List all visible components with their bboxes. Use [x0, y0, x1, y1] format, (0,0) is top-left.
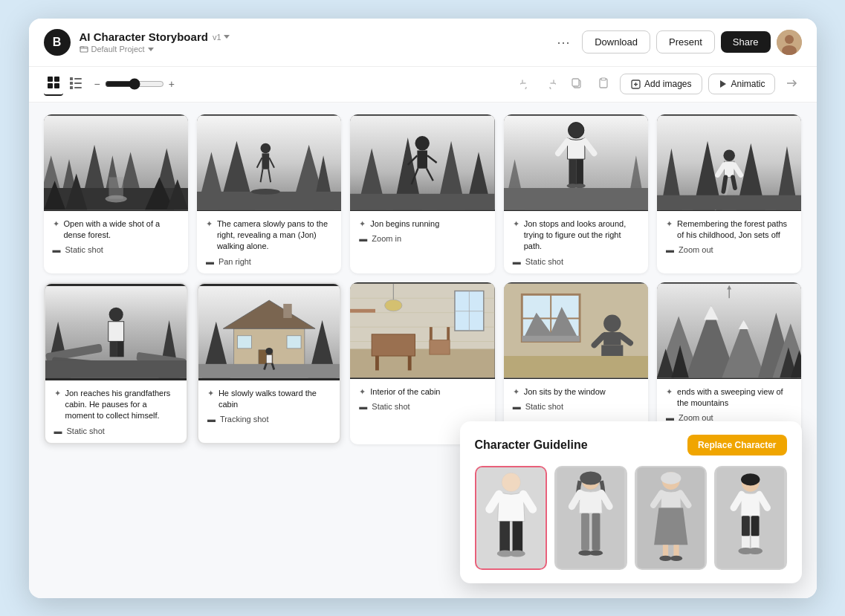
svg-rect-5	[54, 77, 59, 82]
svg-rect-178	[581, 513, 589, 550]
svg-rect-198	[742, 536, 750, 549]
present-button[interactable]: Present	[656, 30, 715, 54]
svg-point-189	[659, 555, 671, 560]
svg-point-44	[260, 143, 271, 153]
card-shot-7: Tracking shot	[220, 415, 269, 424]
card-desc-7: He slowly walks toward the cabin	[218, 388, 331, 411]
card-body-8: ✦ Interior of the cabin ▬ Static shot	[350, 379, 494, 418]
storyboard-card-1[interactable]: ✦ Open with a wide shot of a dense fores…	[44, 114, 188, 273]
zoom-plus-icon: +	[169, 78, 175, 90]
storyboard-card-5[interactable]: ✦ Remembering the forest paths of his ch…	[657, 114, 801, 273]
zoom-slider[interactable]	[105, 78, 164, 90]
svg-rect-143	[522, 335, 580, 341]
char-option-4[interactable]	[714, 466, 787, 570]
svg-rect-7	[54, 83, 59, 88]
person-icon-6: ✦	[54, 389, 61, 398]
svg-rect-101	[45, 360, 187, 378]
camera-icon-2: ▬	[206, 257, 214, 266]
zoom-control: − +	[94, 78, 175, 90]
person-icon-10: ✦	[666, 387, 673, 397]
more-options-button[interactable]: ⋯	[551, 31, 576, 54]
project-sub: Default Project	[80, 45, 230, 54]
paste-button[interactable]	[593, 74, 614, 94]
person-icon-7: ✦	[207, 389, 214, 398]
storyboard-grid: ✦ Open with a wide shot of a dense fores…	[44, 114, 802, 444]
card-image-1	[44, 114, 188, 211]
replace-character-button[interactable]: Replace Character	[687, 435, 786, 455]
svg-point-166	[502, 473, 520, 491]
logo: B	[44, 29, 71, 56]
avatar	[777, 30, 802, 55]
svg-rect-17	[601, 78, 606, 80]
storyboard-card-3[interactable]: ✦ Jon begins running ▬ Zoom in	[350, 114, 494, 273]
card-shot-5: Zoom out	[679, 245, 713, 254]
folder-icon	[80, 45, 88, 54]
char-option-2[interactable]	[554, 466, 627, 570]
svg-rect-135	[350, 309, 375, 313]
storyboard-card-6[interactable]: ✦ Jon reaches his grandfathers cabin. He…	[44, 282, 188, 444]
svg-rect-127	[430, 340, 450, 354]
share-button[interactable]: Share	[721, 31, 771, 53]
collapse-button[interactable]	[781, 74, 802, 94]
list-view-button[interactable]	[66, 73, 85, 96]
add-images-button[interactable]: Add images	[620, 74, 702, 94]
svg-rect-128	[430, 327, 433, 340]
svg-rect-8	[70, 77, 73, 80]
char-option-3[interactable]	[635, 466, 708, 570]
svg-rect-187	[662, 545, 667, 557]
card-shot-9: Static shot	[525, 402, 563, 411]
card-body-7: ✦ He slowly walks toward the cabin ▬ Tra…	[198, 380, 340, 432]
storyboard-card-4[interactable]: ✦ Jon stops and looks around, trying to …	[504, 114, 648, 273]
person-icon-1: ✦	[53, 219, 59, 229]
svg-point-51	[251, 188, 280, 194]
zoom-minus-icon: −	[94, 78, 100, 90]
card-body-1: ✦ Open with a wide shot of a dense fores…	[44, 211, 188, 262]
svg-rect-107	[237, 335, 251, 348]
storyboard-card-7[interactable]: ✦ He slowly walks toward the cabin ▬ Tra…	[197, 282, 341, 444]
camera-icon-5: ▬	[666, 245, 674, 254]
camera-icon-6: ▬	[54, 427, 62, 435]
camera-icon-7: ▬	[207, 415, 216, 424]
app-window: B AI Character Storyboard v1 Default Pro…	[29, 19, 817, 598]
card-body-2: ✦ The camera slowly pans to the right, r…	[197, 211, 341, 273]
camera-icon-8: ▬	[359, 402, 367, 411]
svg-rect-70	[569, 159, 576, 184]
grid-view-button[interactable]	[44, 73, 63, 96]
download-button[interactable]: Download	[582, 30, 650, 54]
svg-point-190	[670, 555, 681, 560]
svg-rect-11	[74, 78, 82, 80]
character-guideline-popup: Character Guideline Replace Character	[460, 421, 802, 583]
card-body-6: ✦ Jon reaches his grandfathers cabin. He…	[45, 380, 187, 443]
svg-point-2	[785, 35, 794, 44]
storyboard-card-8[interactable]: ✦ Interior of the cabin ▬ Static shot	[350, 282, 494, 444]
storyboard-card-10[interactable]: ✦ ends with a sweeping view of the mount…	[657, 282, 801, 444]
svg-rect-100	[117, 341, 124, 357]
card-shot-6: Static shot	[67, 427, 105, 435]
svg-rect-149	[504, 356, 648, 377]
camera-icon-9: ▬	[513, 402, 521, 411]
svg-point-67	[568, 122, 583, 137]
svg-rect-126	[408, 356, 412, 370]
svg-rect-71	[576, 159, 583, 184]
animatic-button[interactable]: Animatic	[708, 74, 774, 94]
svg-rect-108	[287, 335, 301, 348]
svg-rect-89	[657, 195, 801, 209]
svg-rect-124	[372, 334, 415, 356]
copy-button[interactable]	[566, 74, 587, 94]
char-option-1[interactable]	[475, 466, 548, 570]
card-desc-6: Jon reaches his grandfathers cabin. He p…	[65, 388, 178, 422]
svg-rect-10	[70, 86, 73, 89]
svg-rect-6	[48, 83, 53, 88]
svg-point-175	[580, 471, 601, 484]
svg-rect-13	[74, 87, 82, 88]
person-icon-5: ✦	[666, 219, 673, 229]
storyboard-card-2[interactable]: ✦ The camera slowly pans to the right, r…	[197, 114, 341, 273]
camera-icon-4: ▬	[513, 257, 521, 266]
card-desc-9: Jon sits by the window	[524, 386, 606, 398]
undo-button[interactable]	[516, 74, 537, 94]
storyboard-card-9[interactable]: ✦ Jon sits by the window ▬ Static shot	[504, 282, 648, 444]
redo-button[interactable]	[540, 74, 560, 94]
person-icon-2: ✦	[206, 219, 213, 229]
svg-rect-125	[375, 356, 379, 370]
card-image-9	[504, 282, 648, 379]
